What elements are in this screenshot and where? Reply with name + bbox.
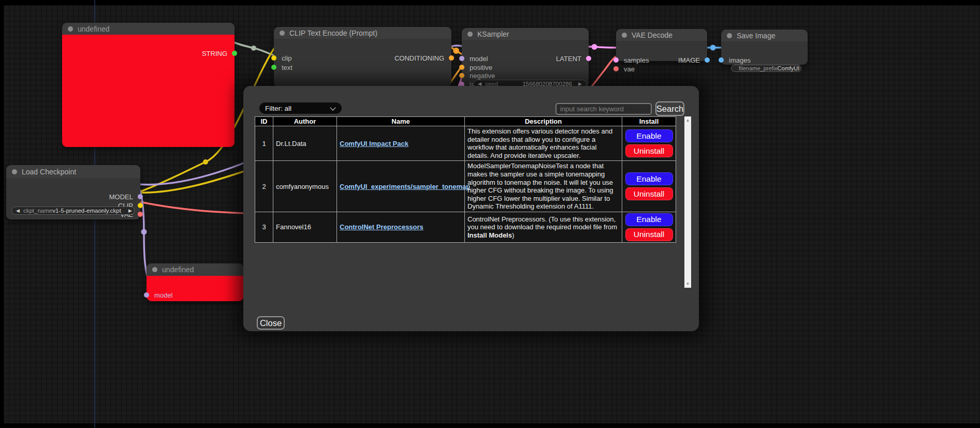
output-port-latent[interactable] [586, 56, 591, 61]
reroute-dot-string[interactable] [251, 46, 256, 51]
col-header-author: Author [273, 117, 337, 126]
enable-button[interactable]: Enable [625, 213, 673, 226]
node-body: model [147, 276, 244, 301]
input-label-samples: samples [624, 57, 649, 64]
output-port-model[interactable] [138, 194, 143, 199]
reroute-dot-model[interactable] [141, 229, 147, 235]
scroll-down-icon[interactable]: ▼ [684, 281, 691, 287]
search-button[interactable]: Search [655, 101, 684, 116]
input-port-negative[interactable] [459, 73, 464, 78]
node-header[interactable]: undefined [147, 263, 244, 276]
collapse-dot-icon[interactable] [152, 267, 157, 272]
output-label-conditioning: CONDITIONING [394, 55, 444, 62]
output-port-clip[interactable] [138, 203, 143, 208]
search-input[interactable] [555, 103, 652, 115]
collapse-dot-icon[interactable] [727, 33, 732, 38]
node-body: STRING [62, 35, 235, 147]
node-body: images filename_prefix ComfyUI [721, 41, 808, 65]
node-header[interactable]: CLIP Text Encode (Prompt) [274, 27, 451, 39]
collapse-dot-icon[interactable] [12, 169, 17, 174]
uninstall-button[interactable]: Uninstall [625, 228, 673, 241]
reroute-dot-latent[interactable] [592, 44, 597, 50]
scroll-up-icon[interactable]: ▲ [684, 117, 691, 124]
node-body: MODEL CLIP VAE ◀ ckpt_name v1-5-pruned-e… [6, 178, 140, 219]
node-title: VAE Decode [632, 31, 672, 39]
collapse-dot-icon[interactable] [280, 31, 285, 36]
cell-id: 1 [255, 126, 273, 161]
input-label-negative: negative [470, 72, 495, 79]
node-header[interactable]: undefined [62, 23, 235, 35]
collapse-dot-icon[interactable] [68, 26, 73, 32]
input-port-images[interactable] [719, 57, 724, 63]
enable-button[interactable]: Enable [625, 129, 673, 142]
reroute-dot-image[interactable] [710, 45, 716, 51]
input-label-model: model [470, 55, 488, 62]
output-port-string[interactable] [232, 51, 237, 56]
node-header[interactable]: KSampler [462, 28, 589, 40]
cell-author: Fannovel16 [273, 212, 337, 242]
output-port-vae[interactable] [138, 212, 143, 217]
extension-link[interactable]: ComfyUI Impact Pack [340, 140, 408, 147]
reroute-dot-clip[interactable] [203, 159, 208, 165]
output-label-model: MODEL [109, 194, 133, 200]
decrement-arrow-icon[interactable]: ◀ [16, 209, 20, 213]
input-port-model[interactable] [459, 56, 464, 61]
output-label-image: IMAGE [678, 57, 700, 64]
input-port-vae[interactable] [613, 66, 619, 71]
node-ksampler[interactable]: KSampler model positive negative latent_… [462, 28, 589, 88]
ckpt-name-widget[interactable]: ◀ ckpt_name v1-5-pruned-emaonly.ckpt ▶ [11, 206, 135, 215]
output-port-conditioning[interactable] [449, 55, 454, 61]
input-label-images: images [729, 57, 751, 64]
scrollbar[interactable]: ▲ ▼ [684, 116, 691, 288]
enable-button[interactable]: Enable [625, 172, 673, 185]
filter-select[interactable]: Filter: all [259, 102, 342, 114]
wire-latent-to-samples [584, 47, 616, 48]
extension-link[interactable]: ControlNet Preprocessors [340, 223, 423, 231]
cell-id: 3 [255, 212, 273, 242]
cell-description: ControlNet Preprocessors. (To use this e… [465, 212, 622, 242]
input-port-positive[interactable] [459, 65, 464, 70]
output-port-image[interactable] [705, 57, 710, 63]
input-port-model[interactable] [144, 292, 149, 298]
node-vae-decode[interactable]: VAE Decode samples vae IMAGE [616, 29, 707, 61]
node-load-checkpoint[interactable]: Load Checkpoint MODEL CLIP VAE ◀ ckpt_na… [6, 165, 140, 219]
node-title: CLIP Text Encode (Prompt) [289, 29, 377, 37]
input-port-text[interactable] [271, 65, 276, 70]
cell-description: This extension offers various detector n… [465, 126, 622, 161]
collapse-dot-icon[interactable] [622, 33, 627, 38]
node-undefined-top[interactable]: undefined STRING [62, 23, 235, 147]
input-label-vae: vae [624, 66, 635, 72]
input-port-samples[interactable] [613, 57, 619, 63]
col-header-install: Install [622, 117, 676, 126]
node-header[interactable]: Load Checkpoint [6, 165, 140, 178]
collapse-dot-icon[interactable] [467, 32, 473, 37]
node-title: KSampler [477, 30, 509, 38]
cell-author: Dr.Lt.Data [273, 126, 337, 161]
input-label-model: model [154, 292, 172, 299]
node-clip-text-encode[interactable]: CLIP Text Encode (Prompt) clip text COND… [274, 27, 451, 87]
uninstall-button[interactable]: Uninstall [625, 144, 673, 157]
filename-prefix-widget[interactable]: filename_prefix ComfyUI [731, 65, 801, 72]
uninstall-button[interactable]: Uninstall [625, 187, 673, 200]
reroute-dot-conditioning[interactable] [453, 48, 459, 54]
node-header[interactable]: VAE Decode [616, 29, 707, 41]
custom-nodes-manager-dialog: Filter: all Search ID Author Name Descri… [243, 86, 699, 331]
node-save-image[interactable]: Save Image images filename_prefix ComfyU… [721, 29, 808, 65]
extensions-scroll-area: ID Author Name Description Install 1 Dr.… [255, 116, 693, 289]
node-header[interactable]: Save Image [721, 29, 808, 41]
input-label-positive: positive [470, 64, 492, 71]
node-undefined-bottom[interactable]: undefined model [147, 263, 244, 301]
filter-select-label: Filter: all [265, 105, 291, 112]
widget-name: filename_prefix [739, 65, 778, 71]
table-header-row: ID Author Name Description Install [255, 117, 676, 126]
widget-name: ckpt_name [23, 208, 52, 214]
extension-link[interactable]: ComfyUI_experiments/sampler_tonemap [340, 183, 470, 190]
output-label-string: STRING [202, 50, 227, 57]
input-port-clip[interactable] [271, 55, 276, 61]
close-button[interactable]: Close [257, 316, 285, 330]
table-row: 1 Dr.Lt.Data ComfyUI Impact Pack This ex… [255, 126, 676, 161]
increment-arrow-icon[interactable]: ▶ [128, 209, 132, 213]
comfyui-app: undefined STRING CLIP Text Encode (Promp… [0, 0, 980, 428]
cell-description: ModelSamplerTonemapNoiseTest a node that… [465, 161, 622, 212]
table-row: 3 Fannovel16 ControlNet Preprocessors Co… [255, 212, 676, 242]
